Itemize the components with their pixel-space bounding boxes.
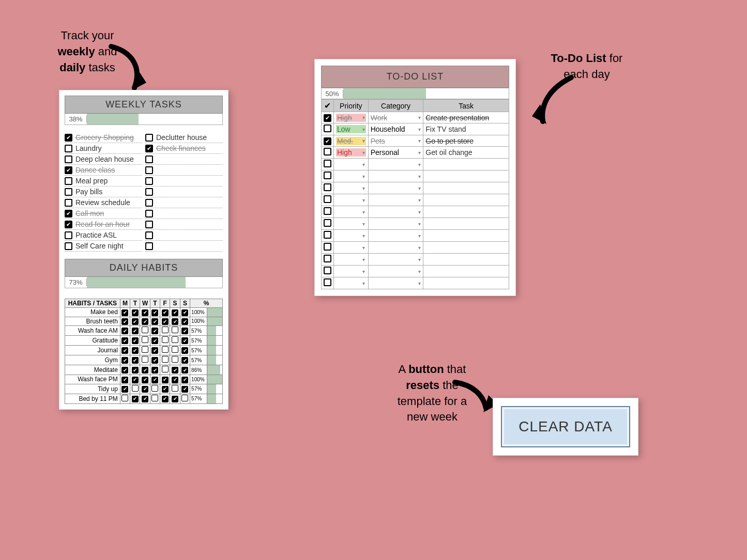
task-cell[interactable] [423, 230, 509, 242]
task-cell[interactable] [423, 159, 509, 170]
category-cell[interactable]: ▾ [368, 159, 423, 170]
checkbox[interactable] [142, 318, 148, 325]
checkbox[interactable] [162, 366, 169, 372]
checkbox[interactable] [172, 309, 178, 316]
checkbox[interactable] [172, 346, 178, 353]
chevron-down-icon[interactable]: ▾ [362, 150, 365, 155]
checkbox[interactable] [181, 395, 188, 401]
priority-cell[interactable]: ▾ [334, 266, 369, 277]
checkbox[interactable] [172, 377, 178, 383]
priority-cell[interactable]: High▾ [334, 112, 369, 123]
checkbox[interactable] [121, 395, 128, 401]
checkbox[interactable] [142, 386, 148, 393]
chevron-down-icon[interactable]: ▾ [362, 257, 365, 262]
task-cell[interactable] [423, 266, 509, 277]
checkbox[interactable] [65, 145, 72, 152]
chevron-down-icon[interactable]: ▾ [418, 245, 421, 251]
chevron-down-icon[interactable]: ▾ [362, 127, 365, 132]
checkbox[interactable] [151, 367, 158, 374]
priority-cell[interactable]: High▾ [334, 147, 369, 159]
checkbox[interactable] [142, 309, 148, 316]
checkbox[interactable] [181, 386, 188, 393]
checkbox[interactable] [324, 243, 331, 251]
checkbox[interactable] [145, 145, 153, 152]
priority-cell[interactable]: ▾ [334, 206, 369, 218]
chevron-down-icon[interactable]: ▾ [418, 269, 421, 274]
checkbox[interactable] [151, 357, 158, 364]
checkbox[interactable] [65, 221, 72, 228]
checkbox[interactable] [324, 278, 331, 286]
priority-cell[interactable]: ▾ [334, 182, 369, 194]
checkbox[interactable] [142, 367, 148, 374]
category-cell[interactable]: ▾ [368, 230, 423, 242]
chevron-down-icon[interactable]: ▾ [418, 233, 421, 239]
chevron-down-icon[interactable]: ▾ [418, 257, 421, 262]
checkbox[interactable] [121, 357, 128, 364]
checkbox[interactable] [132, 385, 139, 392]
checkbox[interactable] [324, 195, 331, 203]
category-cell[interactable]: ▾ [368, 170, 423, 182]
checkbox[interactable] [142, 356, 148, 363]
chevron-down-icon[interactable]: ▾ [362, 245, 365, 251]
checkbox[interactable] [324, 148, 331, 155]
chevron-down-icon[interactable]: ▾ [418, 127, 421, 132]
checkbox[interactable] [324, 267, 331, 274]
category-cell[interactable]: ▾ [368, 266, 423, 277]
checkbox[interactable] [132, 337, 139, 344]
checkbox[interactable] [151, 377, 158, 383]
checkbox[interactable] [145, 242, 153, 250]
priority-cell[interactable]: Med.▾ [334, 135, 369, 147]
task-cell[interactable]: Create presentation [423, 112, 509, 123]
task-cell[interactable]: Fix TV stand [423, 123, 509, 135]
checkbox[interactable] [172, 385, 178, 392]
chevron-down-icon[interactable]: ▾ [362, 185, 365, 191]
checkbox[interactable] [65, 177, 72, 185]
checkbox[interactable] [151, 395, 158, 401]
checkbox[interactable] [162, 386, 169, 393]
checkbox[interactable] [132, 396, 139, 402]
chevron-down-icon[interactable]: ▾ [418, 162, 421, 167]
checkbox[interactable] [162, 356, 169, 363]
checkbox[interactable] [121, 328, 128, 334]
chevron-down-icon[interactable]: ▾ [418, 209, 421, 215]
checkbox[interactable] [324, 137, 331, 145]
checkbox[interactable] [172, 367, 178, 374]
checkbox[interactable] [142, 336, 148, 343]
category-cell[interactable]: ▾ [368, 254, 423, 266]
checkbox[interactable] [142, 326, 148, 333]
category-cell[interactable]: ▾ [368, 206, 423, 218]
chevron-down-icon[interactable]: ▾ [418, 197, 421, 203]
chevron-down-icon[interactable]: ▾ [362, 174, 365, 179]
chevron-down-icon[interactable]: ▾ [362, 269, 365, 274]
checkbox[interactable] [121, 318, 128, 325]
priority-cell[interactable]: ▾ [334, 194, 369, 206]
checkbox[interactable] [145, 221, 153, 228]
checkbox[interactable] [132, 367, 139, 374]
category-cell[interactable]: Household▾ [368, 123, 423, 135]
checkbox[interactable] [162, 336, 169, 343]
checkbox[interactable] [151, 385, 158, 392]
category-cell[interactable]: Work▾ [368, 112, 423, 123]
checkbox[interactable] [162, 309, 169, 316]
task-cell[interactable] [423, 254, 509, 266]
priority-cell[interactable]: ▾ [334, 159, 369, 170]
checkbox[interactable] [181, 318, 188, 325]
checkbox[interactable] [145, 210, 153, 217]
chevron-down-icon[interactable]: ▾ [418, 138, 421, 144]
checkbox[interactable] [65, 134, 72, 142]
task-cell[interactable]: Go to pet store [423, 135, 509, 147]
task-cell[interactable] [423, 218, 509, 230]
checkbox[interactable] [65, 210, 72, 217]
checkbox[interactable] [121, 367, 128, 374]
priority-cell[interactable]: ▾ [334, 277, 369, 289]
task-cell[interactable] [423, 277, 509, 289]
chevron-down-icon[interactable]: ▾ [362, 162, 365, 167]
checkbox[interactable] [172, 356, 178, 363]
checkbox[interactable] [324, 207, 331, 215]
checkbox[interactable] [151, 337, 158, 344]
chevron-down-icon[interactable]: ▾ [362, 197, 365, 203]
task-cell[interactable] [423, 242, 509, 254]
checkbox[interactable] [121, 337, 128, 344]
checkbox[interactable] [145, 166, 153, 174]
checkbox[interactable] [324, 183, 331, 191]
